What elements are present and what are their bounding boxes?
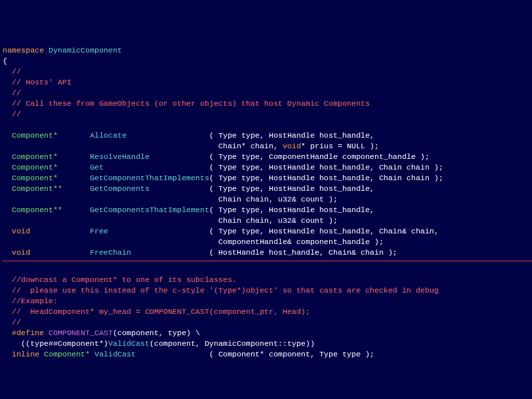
fn-validcast: ValidCast bbox=[90, 350, 136, 358]
comment-line: // Call these from GameObjects (or other… bbox=[3, 99, 370, 108]
sig: * prius = NULL ); bbox=[301, 142, 379, 150]
comment-line: // HeadComponent* my_head = COMPONENT_CA… bbox=[3, 307, 310, 316]
sig: ( Type type, HostHandle host_handle, Cha… bbox=[104, 163, 444, 172]
fn-freechain: FreeChain bbox=[30, 248, 131, 257]
comment-line: // bbox=[3, 88, 21, 97]
divider bbox=[3, 261, 532, 261]
macro-name: COMPONENT_CAST bbox=[44, 329, 113, 337]
sig: ( Component* component, Type type ); bbox=[136, 350, 374, 358]
sig: ComponentHandle& component_handle ); bbox=[3, 237, 384, 246]
sig: Chain chain, u32& count ); bbox=[3, 195, 338, 203]
sig: ( Type type, ComponentHandle component_h… bbox=[150, 152, 430, 161]
sig: ( HostHandle host_handle, Chain& chain )… bbox=[131, 248, 397, 257]
fn-resolvehandle: ResolveHandle bbox=[58, 152, 150, 161]
macro-args: (component, type) \ bbox=[113, 329, 200, 337]
comment-line: // bbox=[3, 110, 21, 118]
fn-getcomponentsthatimplement: GetComponentsThatImplement bbox=[63, 205, 209, 214]
fn-get: Get bbox=[58, 163, 104, 172]
fn-getcomponents: GetComponents bbox=[63, 184, 150, 193]
ret-type: Component* bbox=[3, 163, 58, 172]
kw-void: void bbox=[3, 227, 30, 235]
kw-inline: inline bbox=[3, 350, 39, 358]
comment-line: // Hosts' API bbox=[3, 78, 72, 86]
kw-void: void bbox=[283, 142, 301, 150]
ret-type: Component* bbox=[3, 152, 58, 161]
ret-type: Component* bbox=[3, 174, 58, 182]
sig: ( Type type, HostHandle host_handle, bbox=[126, 131, 374, 140]
sig: ( Type type, HostHandle host_handle, bbox=[150, 184, 374, 193]
kw-define: #define bbox=[3, 329, 44, 337]
comment-line: //downcast a Component* to one of its su… bbox=[3, 275, 237, 284]
comment-line: // bbox=[3, 318, 21, 327]
kw-void: void bbox=[3, 248, 30, 257]
sig: Chain* chain, bbox=[3, 142, 283, 150]
ret-type: Component* bbox=[39, 350, 90, 358]
sig: ( Type type, HostHandle host_handle, Cha… bbox=[209, 174, 444, 182]
macro-body: (component, DynamicComponent::type)) bbox=[150, 339, 315, 348]
brace-open: { bbox=[3, 57, 7, 65]
ret-type: Component* bbox=[3, 131, 58, 140]
comment-line: //Example: bbox=[3, 297, 58, 305]
comment-line: // please use this instead of the c-styl… bbox=[3, 286, 439, 295]
macro-body: ((type##Component*) bbox=[3, 339, 108, 348]
fn-validcast: ValidCast bbox=[108, 339, 150, 348]
ret-type: Component** bbox=[3, 184, 63, 193]
fn-getcomponentthatimplements: GetComponentThatImplements bbox=[58, 174, 209, 182]
sig: ( Type type, HostHandle host_handle, bbox=[209, 205, 374, 214]
kw-namespace: namespace bbox=[3, 46, 44, 55]
comment-line: // bbox=[3, 67, 21, 76]
sig: ( Type type, HostHandle host_handle, Cha… bbox=[108, 227, 439, 235]
fn-allocate: Allocate bbox=[58, 131, 127, 140]
sig: Chain chain, u32& count ); bbox=[3, 216, 338, 225]
fn-free: Free bbox=[30, 227, 108, 235]
ns-name: DynamicComponent bbox=[44, 46, 122, 55]
ret-type: Component** bbox=[3, 205, 63, 214]
blank bbox=[3, 120, 7, 129]
